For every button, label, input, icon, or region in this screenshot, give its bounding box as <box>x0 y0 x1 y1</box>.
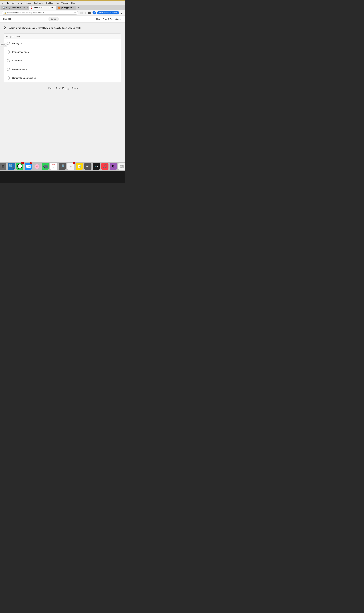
tab-label-assignments: Assignments: BUSA-8-0 <box>6 7 25 9</box>
url-text: ezto.mheducation.com/ext/map/index.html?… <box>7 12 73 14</box>
dock-notes[interactable]: 📝 <box>76 163 83 170</box>
total-pages: 10 <box>62 87 64 89</box>
quiz-container: Quiz i Saved Help Save & Exit Submit 2 W… <box>0 16 125 162</box>
tab-bar: 📄 Assignments: BUSA-8-0 ✕ M Question 2 –… <box>0 5 125 10</box>
menu-file[interactable]: File <box>6 2 9 4</box>
answer-option-4[interactable]: Direct materials <box>4 65 121 74</box>
tab-mhedu[interactable]: M Question 2 – Ch 18 Quiz ✕ <box>29 6 56 10</box>
multiple-choice-section: Multiple Choice Factory rent Manager sal… <box>4 33 121 82</box>
tab-favicon-mhedu: M <box>31 7 32 9</box>
tab-assignments[interactable]: 📄 Assignments: BUSA-8-0 ✕ <box>1 6 28 10</box>
top-bar <box>0 0 125 1</box>
of-label: of <box>59 87 60 89</box>
multiple-choice-label: Multiple Choice <box>4 34 121 39</box>
new-chrome-button[interactable]: New Chrome available <box>97 11 119 14</box>
dock-podcasts[interactable]: 🎙 <box>110 163 117 170</box>
radio-manager-salaries[interactable] <box>7 51 10 53</box>
bottom-bar <box>0 171 125 183</box>
answer-text-1: Factory rent <box>12 42 24 45</box>
answer-text-4: Direct materials <box>12 68 27 70</box>
dock-launchpad[interactable]: ⊞ <box>0 163 6 170</box>
quiz-navigation: ‹ Prev 2 of 10 Next › <box>0 84 125 92</box>
page-grid-icon[interactable] <box>66 87 68 90</box>
prev-label: Prev <box>48 87 52 89</box>
share-icon[interactable]: ⬜ <box>80 11 83 14</box>
menu-edit[interactable]: Edit <box>12 2 15 4</box>
menu-help[interactable]: Help <box>71 2 75 4</box>
quiz-submit-button[interactable]: Submit <box>116 18 121 20</box>
reminders-badge: 2 <box>73 162 75 164</box>
answer-text-3: Insurance <box>12 59 22 62</box>
dock-finder2[interactable]: 🔎 <box>59 163 66 170</box>
dock-music[interactable]: 🎵 <box>101 163 108 170</box>
separator: | <box>85 11 86 14</box>
menu-apple[interactable]: e <box>2 2 3 4</box>
quiz-timer: 58:49 <box>0 43 7 47</box>
secure-icon: 🔒 <box>4 12 6 14</box>
quiz-title-text: Quiz <box>3 18 7 20</box>
tab-expand-button[interactable]: ⌄ <box>119 6 123 9</box>
current-page: 2 <box>56 87 57 89</box>
answer-text-2: Manager salaries <box>12 51 28 53</box>
dock-facetime[interactable]: 📹 <box>42 163 49 170</box>
tab-chegg[interactable]: C | Chegg.com ✕ <box>56 6 76 10</box>
address-bar: 🔒 ezto.mheducation.com/ext/map/index.htm… <box>0 10 125 16</box>
answer-option-1[interactable]: Factory rent <box>4 39 121 48</box>
menu-profiles[interactable]: Profiles <box>46 2 53 4</box>
bookmark-star-icon[interactable]: ☆ <box>74 12 76 14</box>
dock-mw[interactable]: MW <box>84 163 91 170</box>
cast-icon[interactable]: ⬛ <box>88 11 91 14</box>
calendar-day: 7 <box>53 166 54 169</box>
question-number: 2 <box>4 26 7 30</box>
tab-favicon-chegg: C <box>58 7 61 9</box>
quiz-info-button[interactable]: i <box>8 18 11 20</box>
tab-label-chegg: | Chegg.com <box>61 7 72 9</box>
dock-messages[interactable]: 💬 98 <box>16 163 23 170</box>
tab-close-assignments[interactable]: ✕ <box>27 7 28 9</box>
tab-favicon-assignments: 📄 <box>3 7 5 9</box>
answer-option-5[interactable]: Straight-line depreciation <box>4 74 121 82</box>
more-options-icon[interactable]: ⋮ <box>120 11 123 14</box>
dock-news[interactable]: 📰 <box>118 163 125 170</box>
answer-option-3[interactable]: Insurance <box>4 56 121 65</box>
menu-bookmarks[interactable]: Bookmarks <box>34 2 43 4</box>
radio-straight-line[interactable] <box>7 77 10 80</box>
answer-option-2[interactable]: Manager salaries <box>4 48 121 56</box>
quiz-saved-badge: Saved <box>49 17 59 21</box>
menu-tab[interactable]: Tab <box>55 2 59 4</box>
question-area: 2 Which of the following costs is most l… <box>0 23 125 32</box>
dock-finder[interactable]: 🔍 <box>8 163 15 170</box>
dock-appletv[interactable]: 📺tv <box>93 163 100 170</box>
quiz-save-exit-button[interactable]: Save & Exit <box>103 18 113 20</box>
answer-options-list: Factory rent Manager salaries Insurance … <box>4 39 121 82</box>
dock-mail[interactable]: ✉️ 68 <box>25 163 32 170</box>
answer-text-5: Straight-line depreciation <box>12 77 36 79</box>
mac-dock: ⊞ 🔍 💬 98 ✉️ 68 🌸 📹 OCT 7 🔎 ≡ 2 📝 MW 📺tv … <box>0 162 125 171</box>
next-button[interactable]: Next › <box>72 87 78 89</box>
prev-arrow-icon: ‹ <box>47 87 48 89</box>
next-arrow-icon: › <box>77 87 78 89</box>
dock-photos[interactable]: 🌸 <box>33 163 40 170</box>
profile-button[interactable]: D <box>92 11 96 14</box>
radio-insurance[interactable] <box>7 59 10 62</box>
url-input[interactable]: 🔒 ezto.mheducation.com/ext/map/index.htm… <box>2 11 78 14</box>
dock-reminders[interactable]: ≡ 2 <box>67 163 74 170</box>
prev-button[interactable]: ‹ Prev <box>47 87 52 89</box>
tab-label-mhedu: Question 2 – Ch 18 Quiz <box>33 7 53 9</box>
page-info: 2 of 10 <box>56 87 68 90</box>
quiz-help-button[interactable]: Help <box>96 18 100 20</box>
new-tab-button[interactable]: + <box>77 5 81 10</box>
dock-calendar[interactable]: OCT 7 <box>50 163 57 170</box>
mail-badge: 68 <box>30 162 33 164</box>
quiz-title-area: Quiz i <box>3 18 11 20</box>
menu-history[interactable]: History <box>25 2 31 4</box>
menu-window[interactable]: Window <box>61 2 68 4</box>
next-label: Next <box>72 87 76 89</box>
radio-direct-materials[interactable] <box>7 68 10 71</box>
tab-close-chegg[interactable]: ✕ <box>73 7 74 9</box>
question-text: Which of the following costs is most lik… <box>9 26 81 30</box>
menu-bar: e File Edit View History Bookmarks Profi… <box>0 1 125 5</box>
tab-close-mhedu[interactable]: ✕ <box>54 7 56 9</box>
menu-view[interactable]: View <box>18 2 22 4</box>
quiz-header: Quiz i Saved Help Save & Exit Submit <box>0 16 125 23</box>
